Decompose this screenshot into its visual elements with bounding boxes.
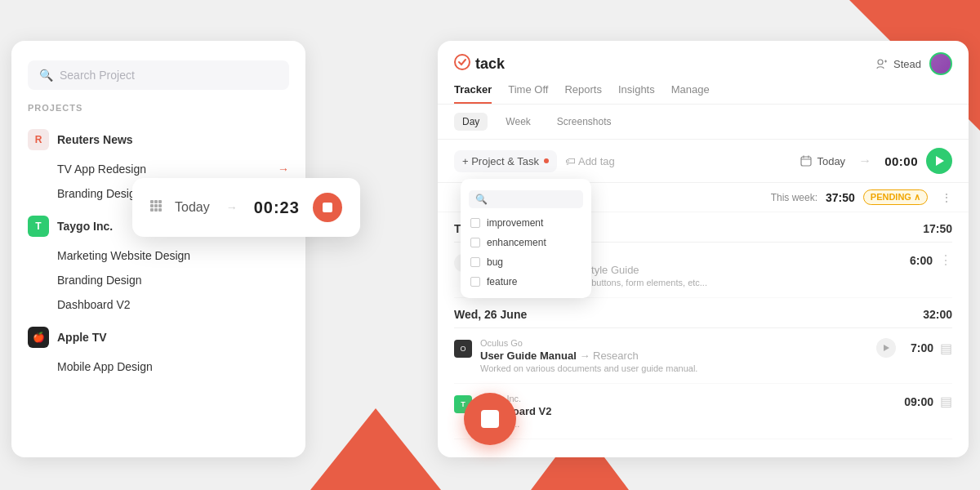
sub-tab-day[interactable]: Day [454,113,488,131]
task-name-dashboard: Dashboard V2 [57,298,131,311]
sub-tabs: Day Week Screenshots [438,105,969,140]
svg-rect-2 [158,200,162,203]
sub-tab-week[interactable]: Week [497,113,538,131]
play-icon [936,156,944,166]
entry-right-oculus: 7:00 ▤ [876,338,952,358]
svg-rect-7 [154,208,158,212]
entry-right-tv: 6:00 ⋮ [902,252,952,268]
project-header-reuters[interactable]: R Reuters News [11,122,305,157]
wed-header: Wed, 26 June 32:00 [454,298,952,328]
tab-manage[interactable]: Manage [671,83,710,104]
project-task-mobile[interactable]: Mobile App Design [11,354,305,379]
project-task-branding-taygo[interactable]: Branding Design [11,268,305,292]
svg-rect-0 [150,200,154,203]
entry-time-taygo-dash: 09:00 [902,395,933,408]
entry-project-oculus: Oculus Go [480,338,868,348]
sub-tab-screenshots[interactable]: Screenshots [549,113,620,131]
svg-point-9 [455,55,470,69]
deco-triangle-bottom-center [310,408,441,490]
checkbox-improvement[interactable] [470,218,480,228]
grid-icon [150,200,162,215]
logo-name: tack [475,56,505,73]
stop-overlay-button[interactable] [464,393,516,445]
task-name-branding-reuters: Branding Design [57,187,142,200]
project-task-marketing[interactable]: Marketing Website Design [11,243,305,268]
dropdown-label-feature: feature [487,276,517,287]
dropdown-label-bug: bug [487,256,503,268]
entry-body-taygo-dash: Taygo Inc. Dashboard V2 Created... [480,394,894,429]
project-name-apple: Apple TV [57,331,107,344]
add-tag-label: 🏷 Add tag [565,155,615,167]
task-name-mobile: Mobile App Design [57,360,153,373]
svg-point-10 [878,60,883,65]
app-logo: tack [454,54,505,74]
nav-tabs: Tracker Time Off Reports Insights Manage [454,83,952,104]
tab-tracker[interactable]: Tracker [454,83,492,104]
task-name-tv-app: TV App Redesign [57,163,146,176]
entry-menu-taygo-dash[interactable]: ▤ [940,394,952,409]
entry-time-tv: 6:00 [902,254,933,267]
entry-task-taygo-dash: Dashboard V2 [480,405,894,417]
project-icon-apple: 🍎 [28,327,49,348]
dropdown-item-enhancement[interactable]: enhancement [461,233,591,252]
play-button[interactable] [926,148,952,174]
entry-right-taygo-dash: 09:00 ▤ [902,394,952,409]
dropdown-label-improvement: improvement [487,217,543,229]
entry-menu-tv[interactable]: ⋮ [939,252,952,268]
stop-button[interactable] [313,193,342,222]
checkbox-bug[interactable] [470,257,480,267]
today-selector[interactable]: Today [800,155,845,167]
task-arrow-tv-app: → [278,163,289,176]
projects-label: PROJECTS [28,103,289,113]
play-small-oculus[interactable] [876,338,896,358]
project-name-reuters: Reuters News [57,133,133,146]
add-task-button[interactable]: + Project & Task [454,150,557,172]
arrow-separator: → [858,154,871,168]
tracker-time-display: 00:00 [884,154,918,168]
dropdown-search-area [461,185,591,213]
project-task-dashboard[interactable]: Dashboard V2 [11,292,305,317]
checkbox-enhancement[interactable] [470,238,480,247]
timer-separator: → [226,201,238,214]
today-text: Today [817,155,845,167]
week-total: 37:50 [826,191,855,204]
timer-label: Today [175,200,210,215]
entry-icon-oculus: O [454,340,472,358]
adjust-icon[interactable]: ⋮ [941,191,952,204]
logo-icon [454,54,470,74]
entry-taygo-dashboard: T Taygo Inc. Dashboard V2 Created... 09:… [454,384,952,439]
dropdown-search-input[interactable] [469,190,583,208]
dropdown-item-bug[interactable]: bug [461,252,591,272]
svg-rect-4 [154,204,158,207]
user-avatar[interactable] [929,52,952,75]
project-header-apple[interactable]: 🍎 Apple TV [11,320,305,354]
entry-oculus: O Oculus Go User Guide Manual → Research… [454,328,952,384]
entry-desc-taygo-dash: Created... [480,419,894,429]
entry-menu-oculus[interactable]: ▤ [940,341,952,356]
search-bar[interactable]: 🔍 Search Project [28,60,289,90]
project-icon-reuters: R [28,129,49,150]
entry-desc-oculus: Worked on various documents and user gui… [480,363,868,373]
search-icon: 🔍 [39,69,53,82]
pending-badge[interactable]: PENDING ∧ [863,189,928,205]
task-name-branding-taygo: Branding Design [57,274,142,287]
dropdown-item-feature[interactable]: feature [461,272,591,292]
add-tag-button[interactable]: 🏷 Add tag [565,155,615,167]
checkbox-feature[interactable] [470,277,480,287]
dropdown-item-improvement[interactable]: improvement [461,213,591,233]
timer-time: 00:23 [254,198,300,217]
left-panel: 🔍 Search Project PROJECTS R Reuters News… [11,41,305,457]
dropdown-label-enhancement: enhancement [487,237,546,248]
wed-total: 32:00 [923,308,952,321]
tab-time-off[interactable]: Time Off [508,83,548,104]
tab-insights[interactable]: Insights [618,83,655,104]
project-group-apple: 🍎 Apple TV Mobile App Design [11,320,305,379]
tracker-bar: + Project & Task 🏷 Add tag Today → 00:00 [438,140,969,183]
app-header: tack Stead Tracker Time Off Reports [438,41,969,105]
entry-project-taygo-dash: Taygo Inc. [480,394,894,403]
user-name: Stead [876,58,921,70]
tab-reports[interactable]: Reports [564,83,602,104]
dropdown-popup: improvement enhancement bug feature [461,179,591,298]
search-placeholder: Search Project [60,69,135,82]
svg-rect-3 [150,204,154,207]
